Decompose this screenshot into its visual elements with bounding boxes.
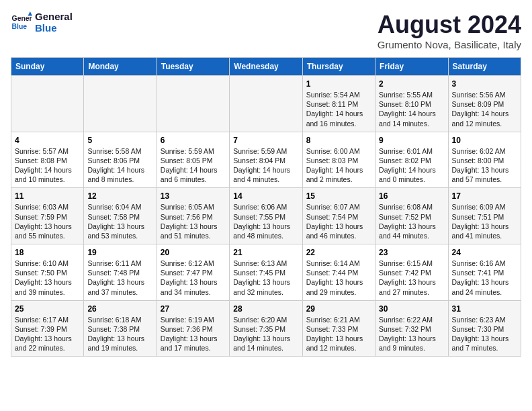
day-info: Sunrise: 6:04 AM Sunset: 7:58 PM Dayligh… (87, 202, 152, 240)
day-info: Sunrise: 6:03 AM Sunset: 7:59 PM Dayligh… (15, 202, 80, 240)
calendar-cell: 19Sunrise: 6:11 AM Sunset: 7:48 PM Dayli… (84, 244, 157, 301)
calendar-cell (84, 76, 157, 132)
calendar-cell (230, 76, 302, 132)
day-number: 4 (15, 136, 80, 145)
day-number: 22 (306, 248, 371, 257)
day-number: 3 (452, 79, 517, 89)
day-number: 23 (379, 248, 444, 257)
calendar-cell: 26Sunrise: 6:18 AM Sunset: 7:38 PM Dayli… (84, 300, 157, 357)
calendar-cell: 2Sunrise: 5:55 AM Sunset: 8:10 PM Daylig… (375, 76, 448, 132)
day-info: Sunrise: 6:08 AM Sunset: 7:52 PM Dayligh… (379, 202, 444, 240)
day-info: Sunrise: 6:21 AM Sunset: 7:33 PM Dayligh… (306, 315, 371, 353)
logo: General Blue General Blue (11, 11, 73, 34)
calendar-cell: 28Sunrise: 6:20 AM Sunset: 7:35 PM Dayli… (230, 300, 302, 357)
logo-blue: Blue (35, 22, 73, 34)
day-info: Sunrise: 6:07 AM Sunset: 7:54 PM Dayligh… (306, 202, 371, 240)
day-number: 14 (233, 191, 298, 201)
day-info: Sunrise: 6:18 AM Sunset: 7:38 PM Dayligh… (87, 315, 152, 353)
day-number: 13 (161, 191, 226, 201)
day-number: 16 (379, 191, 444, 201)
day-number: 18 (15, 248, 80, 257)
day-info: Sunrise: 6:16 AM Sunset: 7:41 PM Dayligh… (452, 259, 517, 297)
day-info: Sunrise: 6:12 AM Sunset: 7:47 PM Dayligh… (161, 259, 226, 297)
header-cell-saturday: Saturday (448, 58, 521, 76)
day-info: Sunrise: 6:23 AM Sunset: 7:30 PM Dayligh… (452, 315, 517, 353)
calendar-cell: 14Sunrise: 6:06 AM Sunset: 7:55 PM Dayli… (230, 188, 302, 244)
location-title: Grumento Nova, Basilicate, Italy (378, 39, 521, 50)
day-info: Sunrise: 6:02 AM Sunset: 8:00 PM Dayligh… (452, 146, 517, 185)
day-number: 20 (161, 248, 226, 257)
day-info: Sunrise: 5:56 AM Sunset: 8:09 PM Dayligh… (452, 90, 517, 128)
week-row-0: 1Sunrise: 5:54 AM Sunset: 8:11 PM Daylig… (11, 76, 521, 132)
logo-general: General (35, 11, 73, 22)
logo-icon: General Blue (11, 11, 32, 33)
calendar-cell: 6Sunrise: 5:59 AM Sunset: 8:05 PM Daylig… (157, 132, 229, 188)
calendar-cell: 18Sunrise: 6:10 AM Sunset: 7:50 PM Dayli… (11, 244, 84, 301)
day-number: 11 (15, 191, 80, 201)
calendar-cell: 22Sunrise: 6:14 AM Sunset: 7:44 PM Dayli… (302, 244, 375, 301)
day-info: Sunrise: 5:59 AM Sunset: 8:04 PM Dayligh… (233, 146, 298, 185)
day-info: Sunrise: 6:09 AM Sunset: 7:51 PM Dayligh… (452, 202, 517, 240)
week-row-4: 25Sunrise: 6:17 AM Sunset: 7:39 PM Dayli… (11, 300, 521, 357)
day-info: Sunrise: 6:11 AM Sunset: 7:48 PM Dayligh… (87, 259, 152, 297)
calendar-cell: 24Sunrise: 6:16 AM Sunset: 7:41 PM Dayli… (448, 244, 521, 301)
calendar-cell: 30Sunrise: 6:22 AM Sunset: 7:32 PM Dayli… (375, 300, 448, 357)
svg-text:Blue: Blue (12, 23, 28, 30)
calendar-cell: 5Sunrise: 5:58 AM Sunset: 8:06 PM Daylig… (84, 132, 157, 188)
calendar-header-row: SundayMondayTuesdayWednesdayThursdayFrid… (11, 58, 521, 76)
week-row-3: 18Sunrise: 6:10 AM Sunset: 7:50 PM Dayli… (11, 244, 521, 301)
day-number: 12 (87, 191, 152, 201)
day-info: Sunrise: 6:01 AM Sunset: 8:02 PM Dayligh… (379, 146, 444, 185)
day-number: 2 (379, 79, 444, 89)
day-number: 25 (15, 304, 80, 314)
day-info: Sunrise: 6:10 AM Sunset: 7:50 PM Dayligh… (15, 259, 80, 297)
calendar-cell: 29Sunrise: 6:21 AM Sunset: 7:33 PM Dayli… (302, 300, 375, 357)
calendar-cell: 16Sunrise: 6:08 AM Sunset: 7:52 PM Dayli… (375, 188, 448, 244)
calendar-cell: 13Sunrise: 6:05 AM Sunset: 7:56 PM Dayli… (157, 188, 229, 244)
day-info: Sunrise: 6:17 AM Sunset: 7:39 PM Dayligh… (15, 315, 80, 353)
day-number: 19 (87, 248, 152, 257)
calendar-cell: 7Sunrise: 5:59 AM Sunset: 8:04 PM Daylig… (230, 132, 302, 188)
day-info: Sunrise: 5:59 AM Sunset: 8:05 PM Dayligh… (161, 146, 226, 185)
day-info: Sunrise: 6:05 AM Sunset: 7:56 PM Dayligh… (161, 202, 226, 240)
day-info: Sunrise: 6:22 AM Sunset: 7:32 PM Dayligh… (379, 315, 444, 353)
calendar-cell: 3Sunrise: 5:56 AM Sunset: 8:09 PM Daylig… (448, 76, 521, 132)
day-number: 5 (87, 136, 152, 145)
calendar-cell: 4Sunrise: 5:57 AM Sunset: 8:08 PM Daylig… (11, 132, 84, 188)
calendar-cell: 31Sunrise: 6:23 AM Sunset: 7:30 PM Dayli… (448, 300, 521, 357)
calendar-cell: 20Sunrise: 6:12 AM Sunset: 7:47 PM Dayli… (157, 244, 229, 301)
day-number: 6 (161, 136, 226, 145)
day-number: 24 (452, 248, 517, 257)
day-number: 29 (306, 304, 371, 314)
header-cell-thursday: Thursday (302, 58, 375, 76)
day-info: Sunrise: 6:20 AM Sunset: 7:35 PM Dayligh… (233, 315, 298, 353)
header-cell-wednesday: Wednesday (230, 58, 302, 76)
day-info: Sunrise: 6:19 AM Sunset: 7:36 PM Dayligh… (161, 315, 226, 353)
calendar-cell (11, 76, 84, 132)
header-cell-friday: Friday (375, 58, 448, 76)
day-info: Sunrise: 5:54 AM Sunset: 8:11 PM Dayligh… (306, 90, 371, 128)
day-info: Sunrise: 5:57 AM Sunset: 8:08 PM Dayligh… (15, 146, 80, 185)
header-cell-tuesday: Tuesday (157, 58, 229, 76)
day-number: 10 (452, 136, 517, 145)
calendar-table: SundayMondayTuesdayWednesdayThursdayFrid… (11, 57, 521, 357)
header-cell-monday: Monday (84, 58, 157, 76)
day-info: Sunrise: 5:55 AM Sunset: 8:10 PM Dayligh… (379, 90, 444, 128)
day-number: 26 (87, 304, 152, 314)
day-info: Sunrise: 5:58 AM Sunset: 8:06 PM Dayligh… (87, 146, 152, 185)
calendar-body: 1Sunrise: 5:54 AM Sunset: 8:11 PM Daylig… (11, 76, 521, 357)
calendar-cell: 1Sunrise: 5:54 AM Sunset: 8:11 PM Daylig… (302, 76, 375, 132)
calendar-cell: 25Sunrise: 6:17 AM Sunset: 7:39 PM Dayli… (11, 300, 84, 357)
calendar-cell: 21Sunrise: 6:13 AM Sunset: 7:45 PM Dayli… (230, 244, 302, 301)
calendar-cell (157, 76, 229, 132)
day-info: Sunrise: 6:13 AM Sunset: 7:45 PM Dayligh… (233, 259, 298, 297)
calendar-cell: 27Sunrise: 6:19 AM Sunset: 7:36 PM Dayli… (157, 300, 229, 357)
day-number: 27 (161, 304, 226, 314)
calendar-cell: 10Sunrise: 6:02 AM Sunset: 8:00 PM Dayli… (448, 132, 521, 188)
day-number: 8 (306, 136, 371, 145)
day-number: 31 (452, 304, 517, 314)
month-title: August 2024 (378, 11, 521, 39)
day-number: 1 (306, 79, 371, 89)
day-info: Sunrise: 6:14 AM Sunset: 7:44 PM Dayligh… (306, 259, 371, 297)
day-number: 7 (233, 136, 298, 145)
